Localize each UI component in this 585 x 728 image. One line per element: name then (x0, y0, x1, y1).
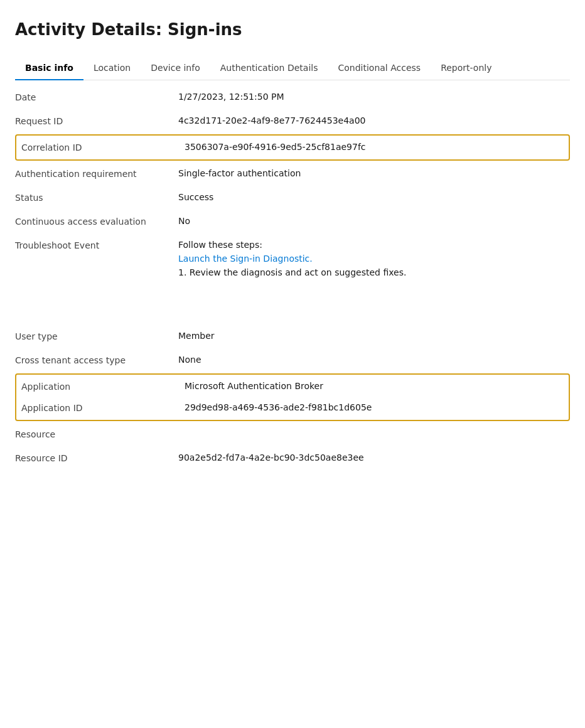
troubleshoot-diagnostic-link[interactable]: Launch the Sign-in Diagnostic. (178, 254, 570, 264)
field-auth-requirement: Authentication requirement Single-factor… (15, 162, 570, 186)
field-date-label: Date (15, 92, 178, 102)
field-status-value: Success (178, 192, 570, 202)
tab-location[interactable]: Location (83, 56, 141, 80)
field-troubleshoot-value: Follow these steps: Launch the Sign-in D… (178, 240, 570, 277)
field-application-id-label: Application ID (21, 402, 185, 413)
field-continuous-access-label: Continuous access evaluation (15, 216, 178, 227)
field-user-type-label: User type (15, 331, 178, 341)
field-application-id-value: 29d9ed98-a469-4536-ade2-f981bc1d605e (185, 402, 564, 412)
field-resource: Resource (15, 422, 570, 446)
field-troubleshoot-label: Troubleshoot Event (15, 240, 178, 250)
field-user-type: User type Member (15, 324, 570, 348)
field-application: Application Microsoft Authentication Bro… (21, 376, 564, 397)
field-date-value: 1/27/2023, 12:51:50 PM (178, 92, 570, 102)
application-group: Application Microsoft Authentication Bro… (15, 373, 570, 421)
field-troubleshoot: Troubleshoot Event Follow these steps: L… (15, 233, 570, 284)
field-auth-requirement-label: Authentication requirement (15, 168, 178, 179)
field-request-id-value: 4c32d171-20e2-4af9-8e77-7624453e4a00 (178, 115, 570, 126)
field-continuous-access-value: No (178, 216, 570, 226)
field-request-id: Request ID 4c32d171-20e2-4af9-8e77-76244… (15, 109, 570, 133)
tab-basic-info[interactable]: Basic info (15, 56, 83, 80)
field-correlation-id-value: 3506307a-e90f-4916-9ed5-25cf81ae97fc (185, 142, 564, 152)
correlation-id-group: Correlation ID 3506307a-e90f-4916-9ed5-2… (15, 134, 570, 161)
field-application-value: Microsoft Authentication Broker (185, 381, 564, 391)
field-status: Status Success (15, 186, 570, 210)
field-resource-id: Resource ID 90a2e5d2-fd7a-4a2e-bc90-3dc5… (15, 446, 570, 470)
field-cross-tenant-label: Cross tenant access type (15, 355, 178, 365)
field-resource-id-value: 90a2e5d2-fd7a-4a2e-bc90-3dc50ae8e3ee (178, 452, 570, 463)
field-request-id-label: Request ID (15, 115, 178, 126)
basic-info-content: Date 1/27/2023, 12:51:50 PM Request ID 4… (15, 80, 570, 470)
field-cross-tenant: Cross tenant access type None (15, 348, 570, 372)
page-title: Activity Details: Sign-ins (15, 20, 570, 39)
tab-authentication-details[interactable]: Authentication Details (210, 56, 328, 80)
field-resource-label: Resource (15, 429, 178, 439)
field-user-type-value: Member (178, 331, 570, 341)
field-correlation-id: Correlation ID 3506307a-e90f-4916-9ed5-2… (21, 137, 564, 158)
field-correlation-id-label: Correlation ID (21, 142, 185, 153)
tabs-nav: Basic info Location Device info Authenti… (15, 56, 570, 80)
field-cross-tenant-value: None (178, 355, 570, 365)
field-resource-id-label: Resource ID (15, 452, 178, 463)
tab-report-only[interactable]: Report-only (431, 56, 502, 80)
field-application-id: Application ID 29d9ed98-a469-4536-ade2-f… (21, 397, 564, 419)
field-continuous-access: Continuous access evaluation No (15, 210, 570, 233)
tab-device-info[interactable]: Device info (141, 56, 210, 80)
field-date: Date 1/27/2023, 12:51:50 PM (15, 85, 570, 109)
troubleshoot-step-text: 1. Review the diagnosis and act on sugge… (178, 267, 570, 277)
troubleshoot-follow-text: Follow these steps: (178, 240, 570, 250)
field-status-label: Status (15, 192, 178, 203)
tab-conditional-access[interactable]: Conditional Access (328, 56, 431, 80)
field-auth-requirement-value: Single-factor authentication (178, 168, 570, 178)
field-application-label: Application (21, 381, 185, 392)
